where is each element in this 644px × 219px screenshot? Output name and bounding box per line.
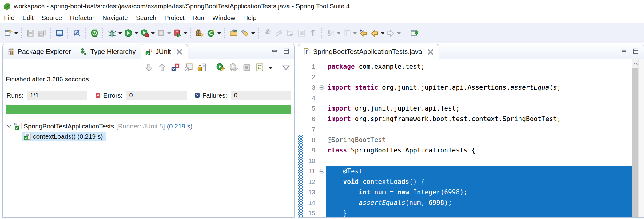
code-text[interactable]: } (326, 208, 632, 217)
close-icon[interactable] (176, 48, 183, 55)
menu-item-window[interactable]: Window (208, 14, 239, 22)
show-failures-only-icon[interactable] (170, 63, 180, 72)
new-class-dropdown[interactable] (217, 32, 221, 36)
chevron-down-icon[interactable] (6, 124, 12, 129)
code-line[interactable]: 4 (298, 93, 632, 103)
forward-icon[interactable] (385, 27, 396, 39)
menu-item-search[interactable]: Search (132, 14, 161, 22)
new-wizard-icon[interactable] (2, 27, 14, 39)
tree-row-test[interactable]: contextLoads() (0.219 s) (3, 131, 294, 141)
externalize-strings-icon[interactable] (284, 27, 296, 39)
code-text[interactable]: @SpringBootTest (326, 135, 632, 145)
profile-icon[interactable] (139, 27, 150, 39)
test-run-history-icon[interactable] (255, 63, 264, 72)
code-line[interactable]: 2 (298, 72, 632, 82)
menu-item-source[interactable]: Source (38, 14, 66, 22)
next-failed-test-icon[interactable] (144, 63, 153, 72)
search-dropdown[interactable] (251, 32, 255, 36)
open-type-icon[interactable] (228, 27, 239, 39)
skip-all-breakpoints-icon[interactable] (71, 27, 83, 39)
next-annotation-icon[interactable] (325, 27, 336, 39)
debug-icon[interactable] (106, 27, 118, 39)
show-selected-element-icon[interactable] (296, 27, 307, 39)
rerun-failed-tests-icon[interactable] (229, 63, 238, 72)
code-text[interactable]: int num = new Integer(6998); (326, 187, 632, 197)
search-icon[interactable] (239, 27, 251, 39)
tab-type-hierarchy[interactable]: Type Hierarchy (76, 44, 141, 59)
code-text[interactable]: import static org.junit.jupiter.api.Asse… (326, 82, 632, 93)
previous-annotation-icon[interactable] (341, 27, 352, 39)
code-text[interactable] (326, 156, 632, 166)
save-icon[interactable] (25, 27, 36, 39)
new-wizard-dropdown[interactable] (14, 32, 18, 36)
clear-icon[interactable] (273, 27, 284, 39)
minimize-icon[interactable] (621, 48, 627, 55)
scroll-lock-icon[interactable] (197, 63, 206, 72)
menu-item-run[interactable]: Run (189, 14, 209, 22)
code-line[interactable]: 5import org.junit.jupiter.api.Test; (298, 103, 632, 114)
maximize-icon[interactable] (633, 48, 639, 55)
open-terminal-icon[interactable] (54, 27, 65, 39)
run-dropdown[interactable] (135, 32, 138, 36)
pin-editor-icon[interactable] (409, 27, 420, 39)
new-java-class-icon[interactable]: C (205, 27, 217, 39)
view-menu-icon[interactable] (281, 63, 291, 72)
code-text[interactable]: import org.springframework.boot.test.con… (326, 114, 632, 124)
stop-icon[interactable] (242, 63, 251, 72)
vertical-scrollbar[interactable] (632, 59, 639, 217)
close-icon[interactable] (427, 48, 434, 55)
menu-item-navigate[interactable]: Navigate (98, 14, 132, 22)
save-all-icon[interactable] (36, 27, 48, 39)
tab-package-explorer[interactable]: Package Explorer (3, 44, 76, 59)
code-text[interactable]: void contextLoads() { (326, 176, 632, 187)
tab-editor-file[interactable]: J SpringBootTestApplicationTests.java (298, 44, 439, 59)
mark-occurrences-icon[interactable]: C (262, 27, 273, 39)
code-line[interactable]: 14 assertEquals(num, 6998); (298, 197, 632, 208)
code-text[interactable]: class SpringBootTestApplicationTests { (326, 145, 632, 156)
code-line[interactable]: 15 } (298, 208, 632, 217)
code-text[interactable]: @Test (326, 166, 632, 176)
new-java-project-icon[interactable] (194, 27, 205, 39)
previous-failed-test-icon[interactable] (157, 63, 167, 72)
tree-row-suite[interactable]: SpringBootTestApplicationTests [Runner: … (3, 121, 294, 131)
back-icon[interactable] (369, 27, 380, 39)
menu-item-file[interactable]: File (0, 14, 18, 22)
code-text[interactable] (326, 124, 632, 135)
show-skipped-tests-icon[interactable] (184, 63, 193, 72)
fold-collapse-icon[interactable] (318, 82, 326, 93)
code-editor[interactable]: 1package com.example.test;23import stati… (298, 59, 644, 217)
menu-item-refactor[interactable]: Refactor (66, 14, 98, 22)
coverage-dropdown[interactable] (184, 32, 187, 36)
maximize-icon[interactable] (283, 48, 289, 55)
menu-item-edit[interactable]: Edit (18, 14, 38, 22)
show-whitespace-icon[interactable]: ¶ (307, 27, 319, 39)
code-line[interactable]: 11 @Test (298, 166, 632, 176)
menu-item-project[interactable]: Project (160, 14, 188, 22)
external-tools-dropdown[interactable] (167, 32, 171, 36)
code-line[interactable]: 8@SpringBootTest (298, 135, 632, 145)
code-text[interactable] (326, 72, 632, 82)
code-line[interactable]: 10 (298, 156, 632, 166)
code-text[interactable]: assertEquals(num, 6998); (326, 197, 632, 208)
code-line[interactable]: 1package com.example.test; (298, 61, 632, 72)
minimize-icon[interactable] (272, 48, 278, 55)
coverage-icon[interactable] (172, 27, 183, 39)
back-dropdown[interactable] (381, 32, 384, 36)
code-text[interactable]: package com.example.test; (326, 61, 632, 72)
profile-dropdown[interactable] (151, 32, 155, 36)
tab-junit[interactable]: U JUnit (141, 44, 188, 59)
code-line[interactable]: 13 int num = new Integer(6998); (298, 187, 632, 197)
code-line[interactable]: 9class SpringBootTestApplicationTests { (298, 145, 632, 156)
fold-collapse-icon[interactable] (318, 166, 326, 176)
previous-annotation-dropdown[interactable] (353, 32, 357, 36)
code-line[interactable]: 7 (298, 124, 632, 135)
code-text[interactable] (326, 93, 632, 103)
code-line[interactable]: 12 void contextLoads() { (298, 176, 632, 187)
debug-dropdown[interactable] (118, 32, 122, 36)
scrollbar-thumb[interactable] (632, 68, 638, 217)
forward-dropdown[interactable] (397, 32, 401, 36)
menu-item-help[interactable]: Help (239, 14, 260, 22)
external-tools-icon[interactable] (155, 27, 167, 39)
code-line[interactable]: 3import static org.junit.jupiter.api.Ass… (298, 82, 632, 93)
spring-boot-icon[interactable] (89, 27, 100, 39)
